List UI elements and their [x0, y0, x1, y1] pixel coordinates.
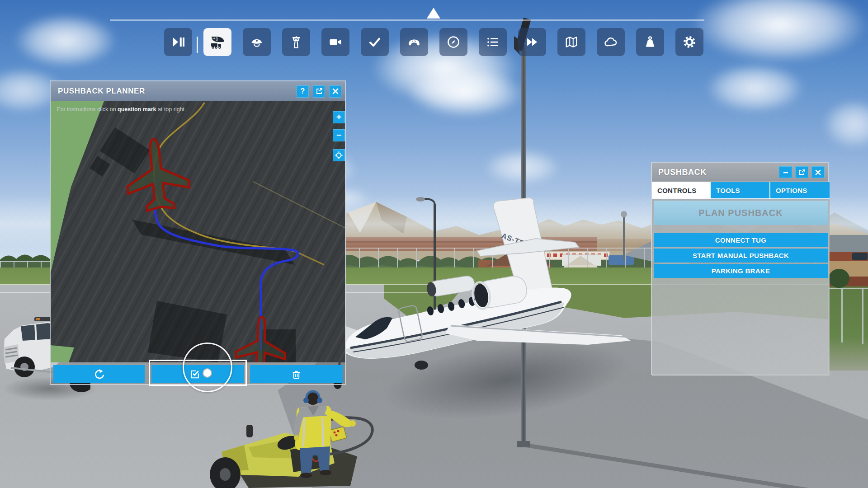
yoke-icon [407, 35, 421, 49]
planner-title: PUSHBACK PLANNER [51, 87, 145, 96]
pushback-titlebar[interactable]: PUSHBACK [652, 163, 828, 182]
pushback-window: PUSHBACK CONTROLS [651, 162, 829, 375]
connect-tug-button[interactable]: CONNECT TUG [654, 233, 828, 247]
parking-brake-button[interactable]: PARKING BRAKE [654, 264, 828, 278]
popout-button[interactable] [313, 85, 325, 98]
close-button[interactable] [329, 85, 341, 98]
gear-icon [683, 35, 696, 49]
undo-icon [93, 368, 105, 380]
undo-button[interactable] [53, 365, 145, 383]
map-zoom-out-button[interactable]: − [333, 129, 345, 141]
toolbar-button-checklist[interactable] [361, 28, 389, 56]
compass-icon [447, 35, 460, 49]
start-manual-pushback-button[interactable]: START MANUAL PUSHBACK [654, 249, 828, 263]
toolbar-button-ground-services[interactable] [203, 28, 231, 56]
toolbar [164, 28, 703, 56]
help-button[interactable]: ? [297, 85, 309, 98]
minimize-button[interactable] [779, 166, 792, 178]
toolbar-button-travel-to[interactable] [518, 28, 546, 56]
cloud [407, 68, 524, 117]
map-recenter-button[interactable] [333, 149, 345, 161]
cursor-ring [183, 343, 232, 392]
fast-forward-icon [525, 35, 539, 49]
pushback-planner-window: PUSHBACK PLANNER ? [50, 80, 346, 385]
toolbar-button-atc[interactable] [243, 28, 271, 56]
play-pause-icon [171, 35, 185, 49]
pilot-cap-icon [250, 35, 264, 49]
toolbar-button-weather[interactable] [597, 28, 625, 56]
toolbar-button-settings[interactable] [675, 28, 703, 56]
tab-tools[interactable]: TOOLS [711, 182, 769, 198]
pushback-title: PUSHBACK [652, 168, 707, 177]
popout-button[interactable] [795, 166, 808, 178]
cloud-icon [604, 35, 618, 49]
toolbar-button-vfr-map[interactable] [557, 28, 585, 56]
right-scenery-strip [829, 235, 868, 371]
toolbar-handle-arrow[interactable] [427, 8, 440, 19]
close-icon [332, 88, 339, 94]
camera-icon [329, 35, 342, 49]
minimize-icon [783, 169, 789, 175]
msfs-screen: AS-TPP [0, 0, 868, 488]
mast-base [517, 441, 530, 447]
recenter-icon [335, 151, 343, 160]
map-icon [565, 35, 578, 49]
pushback-tug [194, 380, 393, 488]
popout-icon [798, 169, 805, 176]
trash-icon [291, 369, 302, 380]
weight-icon [643, 35, 657, 49]
cloud [705, 63, 805, 113]
toolbar-button-tower[interactable] [282, 28, 310, 56]
toolbar-button-nav[interactable] [439, 28, 467, 56]
delete-path-button[interactable] [250, 365, 343, 383]
cursor-dot [203, 368, 212, 378]
toolbar-button-weight[interactable] [636, 28, 664, 56]
toolbar-button-play-pause[interactable] [164, 28, 192, 56]
cloud [14, 14, 118, 68]
planner-map-canvas [51, 101, 345, 362]
toolbar-button-objectives[interactable] [479, 28, 507, 56]
ground-services-icon [210, 34, 225, 50]
plan-pushback-button[interactable]: PLAN PUSHBACK [654, 201, 828, 225]
list-icon [486, 35, 500, 49]
check-icon [368, 35, 382, 49]
close-button[interactable] [811, 166, 825, 178]
popout-icon [316, 88, 323, 95]
toolbar-top-line [110, 19, 704, 21]
map-zoom-in-button[interactable]: + [333, 111, 345, 123]
pushback-tabs: CONTROLS TOOLS OPTIONS [652, 182, 830, 199]
planner-titlebar[interactable]: PUSHBACK PLANNER ? [51, 81, 345, 101]
tab-controls[interactable]: CONTROLS [652, 182, 710, 198]
toolbar-button-controls[interactable] [400, 28, 428, 56]
planner-instructions: For instructions click on question mark … [57, 106, 186, 113]
tab-options[interactable]: OPTIONS [770, 182, 830, 198]
close-icon [815, 169, 821, 175]
control-tower-icon [289, 35, 303, 49]
planner-map[interactable]: For instructions click on question mark … [51, 101, 345, 362]
pushback-body: PLAN PUSHBACK CONNECT TUG START MANUAL P… [652, 199, 830, 376]
toolbar-button-camera[interactable] [321, 28, 349, 56]
